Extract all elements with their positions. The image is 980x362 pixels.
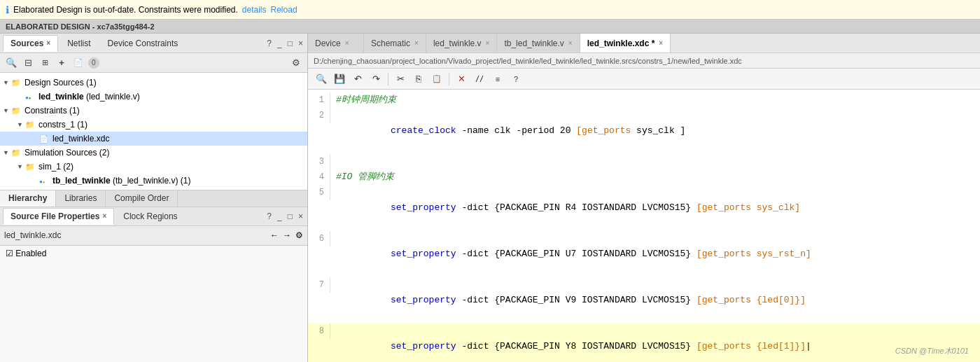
title-bar: ELABORATED DESIGN - xc7a35tgg484-2 <box>0 20 980 34</box>
editor-copy-button[interactable]: ⎘ <box>411 71 426 87</box>
editor-help-button[interactable]: ? <box>508 71 524 87</box>
line-num-3: 3 <box>308 154 330 169</box>
code-content-6: set_property -dict {PACKAGE_PIN U7 IOSTA… <box>336 231 980 277</box>
restore-btn[interactable]: □ <box>286 37 294 50</box>
tab-clock-regions[interactable]: Clock Regions <box>115 208 185 225</box>
code-area[interactable]: 1 #时钟周期约束 2 create_clock -name clk -peri… <box>308 90 980 362</box>
tree-panel[interactable]: ▼ 📁 Design Sources (1) ●● led_twinkle (l… <box>0 73 307 190</box>
tree-design-sources[interactable]: ▼ 📁 Design Sources (1) <box>0 76 307 90</box>
tab-hierarchy[interactable]: Hierarchy <box>0 190 56 207</box>
tree-simulation-sources[interactable]: ▼ 📁 Simulation Sources (2) <box>0 146 307 160</box>
bottom-tab-bar: Source File Properties × Clock Regions ?… <box>0 207 307 226</box>
warning-text: Elaborated Design is out-of-date. Constr… <box>13 5 238 15</box>
back-button[interactable]: ← <box>270 230 279 240</box>
arrow-sim-1: ▼ <box>17 163 25 170</box>
editor-cut-button[interactable]: ✂ <box>393 71 408 87</box>
tab-sources-close[interactable]: × <box>46 39 50 47</box>
hierarchy-tab-bar: Hierarchy Libraries Compile Order <box>0 190 307 207</box>
folder-icon-constraints: 📁 <box>11 106 22 116</box>
add-button[interactable]: + <box>55 56 69 70</box>
code-content-2: create_clock -name clk -period 20 [get_p… <box>336 108 980 154</box>
line-num-7: 7 <box>308 277 330 293</box>
reload-link[interactable]: Reload <box>271 5 298 15</box>
source-file-props-close[interactable]: × <box>102 212 106 220</box>
design-sources-label: Design Sources (1) <box>24 78 97 88</box>
bottom-restore-btn[interactable]: □ <box>286 210 294 223</box>
tab-source-file-props[interactable]: Source File Properties × <box>3 208 114 225</box>
code-content-1: #时钟周期约束 <box>336 92 980 108</box>
tab-schematic-close[interactable]: × <box>414 39 419 47</box>
tab-led-twinkle-xdc-close[interactable]: × <box>659 39 663 47</box>
tab-netlist[interactable]: Netlist <box>59 35 98 52</box>
code-line-2: 2 create_clock -name clk -period 20 [get… <box>308 108 980 154</box>
main-layout: Sources × Netlist Device Constraints ? _… <box>0 34 980 362</box>
minimize-btn[interactable]: _ <box>276 37 284 50</box>
editor-uncomment-button[interactable]: ≡ <box>490 71 505 87</box>
right-panel: Device × Schematic × led_twinkle.v × tb_… <box>308 34 980 362</box>
line-num-2: 2 <box>308 108 330 123</box>
tb-led-twinkle-label: tb_led_twinkle (tb_led_twinkle.v) (1) <box>52 176 190 186</box>
expand-all-button[interactable]: ⊞ <box>38 56 52 70</box>
tab-device-constraints[interactable]: Device Constraints <box>100 35 186 52</box>
line-num-1: 1 <box>308 92 330 108</box>
close-btn[interactable]: × <box>297 37 304 50</box>
watermark: CSDN @Time木0101 <box>895 346 969 356</box>
code-line-4: 4 #IO 管脚约束 <box>308 169 980 185</box>
file-path-bar: D:/chenjing_chaosuan/project_location/Vi… <box>308 53 980 69</box>
bottom-help-btn[interactable]: ? <box>265 210 273 223</box>
editor-comment-button[interactable]: // <box>472 71 487 87</box>
editor-save-button[interactable]: 💾 <box>332 71 347 87</box>
tab-device-close[interactable]: × <box>345 39 349 47</box>
tab-led-twinkle-v[interactable]: led_twinkle.v × <box>426 34 498 53</box>
arrow-constraints: ▼ <box>3 107 11 114</box>
bottom-minimize-btn[interactable]: _ <box>276 210 284 223</box>
tab-led-twinkle-v-close[interactable]: × <box>486 39 490 47</box>
editor-paste-button[interactable]: 📋 <box>429 71 444 87</box>
info-icon: ℹ <box>6 4 9 15</box>
simulation-sources-label: Simulation Sources (2) <box>24 148 109 158</box>
code-line-5: 5 set_property -dict {PACKAGE_PIN R4 IOS… <box>308 185 980 231</box>
arrow-simulation-sources: ▼ <box>3 149 11 156</box>
tree-constraints[interactable]: ▼ 📁 Constraints (1) <box>0 104 307 118</box>
tree-led-twinkle[interactable]: ●● led_twinkle (led_twinkle.v) <box>0 90 307 104</box>
code-line-3: 3 <box>308 154 980 169</box>
tree-tb-led-twinkle[interactable]: ●● tb_led_twinkle (tb_led_twinkle.v) (1) <box>0 174 307 188</box>
bottom-toolbar: led_twinkle.xdc ← → ⚙ <box>0 226 307 246</box>
tab-sources[interactable]: Sources × <box>3 35 58 52</box>
bottom-close-btn[interactable]: × <box>297 210 304 223</box>
forward-button[interactable]: → <box>283 230 291 240</box>
bottom-settings-button[interactable]: ⚙ <box>295 230 303 240</box>
left-panel: Sources × Netlist Device Constraints ? _… <box>0 34 308 362</box>
file-button[interactable]: 📄 <box>71 56 85 70</box>
line-num-4: 4 <box>308 169 330 185</box>
editor-toolbar: 🔍 💾 ↶ ↷ ✂ ⎘ 📋 ✕ // ≡ ? <box>308 69 980 90</box>
editor-redo-button[interactable]: ↷ <box>368 71 384 87</box>
xdc-file-icon: 📄 <box>39 134 50 144</box>
tab-tb-led-twinkle-v-close[interactable]: × <box>568 39 573 47</box>
search-button[interactable]: 🔍 <box>4 56 18 70</box>
enabled-label: ☑ Enabled <box>6 249 46 258</box>
tree-sim-1[interactable]: ▼ 📁 sim_1 (2) <box>0 160 307 174</box>
editor-undo-button[interactable]: ↶ <box>350 71 365 87</box>
settings-button[interactable]: ⚙ <box>289 56 303 70</box>
tab-led-twinkle-xdc[interactable]: led_twinkle.xdc * × <box>580 34 671 53</box>
tab-tb-led-twinkle-v[interactable]: tb_led_twinkle.v × <box>497 34 580 53</box>
folder-icon-constrs-1: 📁 <box>25 120 36 130</box>
tab-compile-order[interactable]: Compile Order <box>106 190 178 207</box>
line-num-6: 6 <box>308 231 330 246</box>
code-content-5: set_property -dict {PACKAGE_PIN R4 IOSTA… <box>336 185 980 231</box>
collapse-all-button[interactable]: ⊟ <box>21 56 35 70</box>
file-path-text: D:/chenjing_chaosuan/project_location/Vi… <box>314 57 742 65</box>
editor-delete-button[interactable]: ✕ <box>454 71 469 87</box>
help-btn[interactable]: ? <box>265 37 273 50</box>
tab-device[interactable]: Device × <box>308 34 364 53</box>
code-content-7: set_property -dict {PACKAGE_PIN V9 IOSTA… <box>336 277 980 323</box>
details-link[interactable]: details <box>242 5 267 15</box>
dot-icon-led-twinkle: ●● <box>25 92 36 101</box>
editor-search-button[interactable]: 🔍 <box>314 71 329 87</box>
tab-libraries[interactable]: Libraries <box>56 190 106 207</box>
tree-led-twinkle-xdc[interactable]: 📄 led_twinkle.xdc <box>0 132 307 146</box>
folder-icon-simulation-sources: 📁 <box>11 148 22 158</box>
tree-constrs-1[interactable]: ▼ 📁 constrs_1 (1) <box>0 118 307 132</box>
tab-schematic[interactable]: Schematic × <box>364 34 426 53</box>
